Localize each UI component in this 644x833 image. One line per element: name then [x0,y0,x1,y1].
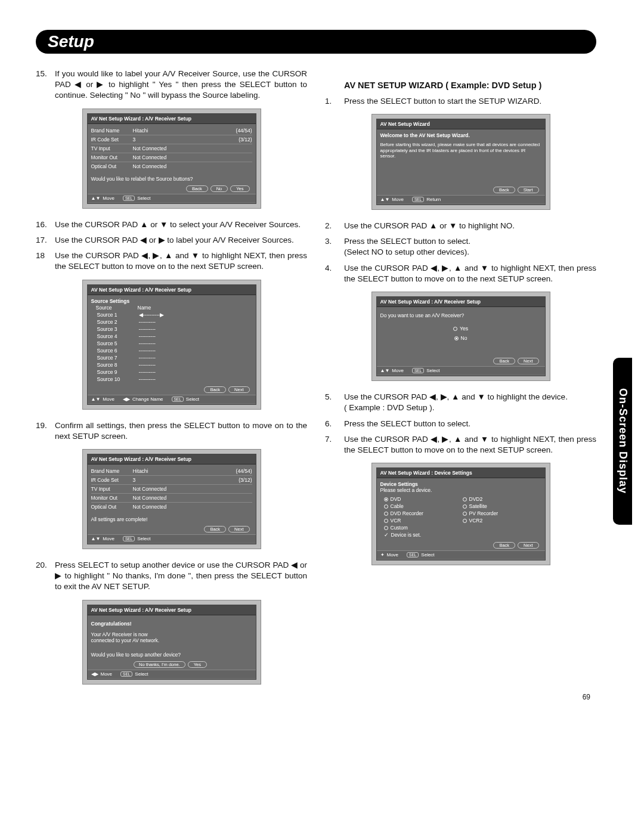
side-tab: On-Screen Display [613,358,632,525]
yes-button[interactable]: Yes [230,185,249,192]
next-button[interactable]: Next [228,526,249,532]
yes-button[interactable]: Yes [188,661,207,668]
radio-icon[interactable] [463,519,467,523]
sel-icon: SEL [123,196,135,201]
start-button[interactable]: Start [518,187,539,193]
next-button[interactable]: Next [228,386,249,393]
done-button[interactable]: No thanks, I'm done. [134,661,185,668]
radio-icon[interactable] [463,504,467,509]
back-button[interactable]: Back [493,358,515,364]
radio-icon[interactable] [453,327,457,331]
radio-icon[interactable] [384,504,388,509]
step-num: 15. [36,69,55,101]
page-title: Setup [48,32,584,51]
back-button[interactable]: Back [186,185,208,192]
move-hint: ▲▼ Move [91,196,114,201]
radio-icon[interactable] [384,519,388,523]
osd-title: AV Net Setup Wizard : A/V Receiver Setup [88,114,256,124]
osd-screenshot-7: AV Net Setup Wizard : Device Settings De… [371,463,550,565]
osd-screenshot-3: AV Net Setup Wizard : A/V Receiver Setup… [82,449,261,549]
osd-screenshot-5: AV Net Setup Wizard Welcome to the AV Ne… [371,114,550,210]
radio-icon[interactable] [384,512,388,516]
step-text: If you would like to label your A/V Rece… [55,69,307,101]
osd-screenshot-2: AV Net Setup Wizard : A/V Receiver Setup… [82,280,261,410]
radio-icon[interactable] [463,512,467,516]
check-icon: ✓ [384,532,389,538]
next-button[interactable]: Next [518,358,538,364]
page-number: 69 [583,693,590,701]
osd-screenshot-1: AV Net Setup Wizard : A/V Receiver Setup… [82,109,261,209]
radio-icon[interactable] [384,497,388,501]
side-tab-label: On-Screen Display [617,388,629,494]
radio-icon[interactable] [463,497,467,501]
back-button[interactable]: Back [493,187,515,193]
osd-screenshot-6: AV Net Setup Wizard : A/V Receiver Setup… [371,292,550,381]
section-heading: AV NET SETUP WIZARD ( Example: DVD Setup… [344,80,596,90]
radio-icon[interactable] [454,336,459,340]
osd-screenshot-4: AV Net Setup Wizard : A/V Receiver Setup… [82,600,261,685]
back-button[interactable]: Back [204,386,226,393]
radio-icon[interactable] [384,526,388,530]
no-button[interactable]: No [210,185,228,192]
back-button[interactable]: Back [204,526,226,532]
next-button[interactable]: Next [518,542,538,549]
back-button[interactable]: Back [493,542,515,549]
page-header: Setup [36,30,596,54]
